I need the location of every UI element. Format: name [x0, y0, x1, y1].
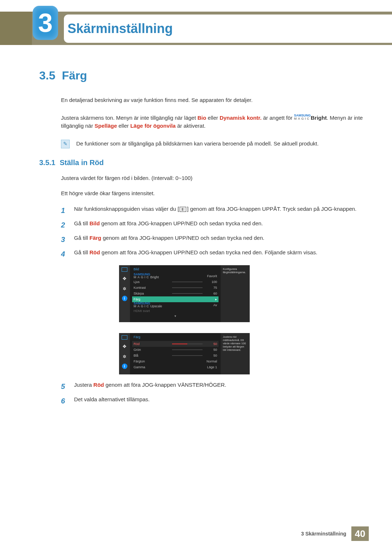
osd-screenshots: i Bild SAMSUNGMAGICBrightFavorit Ljus100…	[119, 265, 363, 374]
header-bar-left	[0, 12, 32, 45]
page: 3 Skärminställning 3.5 Färg En detaljera…	[0, 0, 392, 554]
arrows-icon	[121, 275, 128, 282]
steps-list-cont: 5 Justera Röd genom att föra JOG-knappen…	[61, 381, 363, 406]
section-number: 3.5	[39, 69, 55, 82]
monitor-icon	[122, 335, 127, 340]
note-text: De funktioner som är tillgängliga på bil…	[76, 140, 319, 148]
step-5: 5 Justera Röd genom att föra JOG-knappen…	[61, 381, 363, 392]
step-2: 2 Gå till Bild genom att föra JOG-knappe…	[61, 219, 363, 230]
step-4: 4 Gå till Röd genom att föra JOG-knappen…	[61, 249, 363, 259]
sub-paragraph-2: Ett högre värde ökar färgens intensitet.	[61, 189, 363, 198]
note-icon: ✎	[61, 140, 70, 148]
osd-help-text: Konfigurera färginställningarna.	[221, 265, 250, 322]
gear-icon	[121, 353, 128, 360]
chapter-title: Skärminställning	[64, 15, 392, 43]
intro-paragraph-2: Justera skärmens ton. Menyn är inte till…	[61, 114, 363, 130]
osd-body: Bild SAMSUNGMAGICBrightFavorit Ljus100 K…	[130, 265, 221, 322]
menu-icon	[180, 207, 186, 212]
gear-icon	[121, 286, 128, 292]
down-arrow-icon: ▼	[134, 315, 217, 318]
step-3: 3 Gå till Färg genom att föra JOG-knappe…	[61, 234, 363, 245]
note-row: ✎ De funktioner som är tillgängliga på b…	[61, 140, 363, 148]
chapter-number-badge: 3	[33, 6, 58, 40]
subsection-title: Ställa in Röd	[60, 159, 103, 167]
step-6: 6 Det valda alternativet tillämpas.	[61, 395, 363, 406]
osd-farg: i Färg Röd50 Grön50 Blå50 FärgtonNormal …	[119, 333, 250, 374]
osd-highlight-rod: Röd50	[132, 341, 219, 347]
footer: 3 Skärminställning 40	[301, 526, 369, 541]
osd-help-text: Justera röd mättnadsnivå. Ett värde närm…	[221, 333, 250, 374]
sub-paragraph-1: Justera värdet för färgen röd i bilden. …	[61, 174, 363, 182]
osd-side-icons: i	[119, 333, 130, 374]
intro-paragraph-1: En detaljerad beskrivning av varje funkt…	[61, 96, 363, 104]
page-number-badge: 40	[351, 526, 369, 541]
section-title: Färg	[62, 69, 87, 82]
arrows-icon	[121, 343, 128, 350]
step-1: 1 När funktionsknappsguiden visas väljer…	[61, 205, 363, 216]
section-heading: 3.5 Färg	[39, 69, 363, 82]
footer-chapter-label: 3 Skärminställning	[301, 531, 346, 537]
subsection-heading: 3.5.1 Ställa in Röd	[39, 159, 363, 167]
subsection-number: 3.5.1	[39, 159, 55, 167]
osd-title: Färg	[134, 335, 217, 339]
osd-body: Färg Röd50 Grön50 Blå50 FärgtonNormal Ga…	[130, 333, 221, 374]
osd-title: Bild	[134, 267, 217, 271]
info-icon: i	[122, 364, 127, 369]
monitor-icon	[122, 267, 127, 272]
info-icon: i	[122, 296, 127, 301]
osd-side-icons: i	[119, 265, 130, 322]
osd-bild: i Bild SAMSUNGMAGICBrightFavorit Ljus100…	[119, 265, 250, 322]
steps-list: 1 När funktionsknappsguiden visas väljer…	[61, 205, 363, 259]
samsung-magic-label: SAMSUNGMAGIC	[294, 114, 311, 120]
content-body: 3.5 Färg En detaljerad beskrivning av va…	[39, 69, 363, 410]
